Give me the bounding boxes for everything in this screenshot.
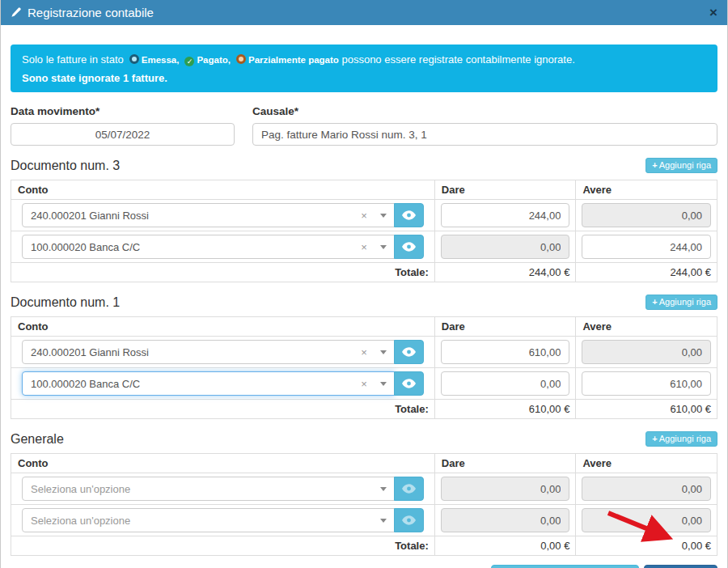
eye-button[interactable] bbox=[394, 371, 424, 396]
eye-button[interactable] bbox=[394, 203, 424, 227]
paid-check-icon: ✓ bbox=[184, 57, 194, 66]
alert-line2: Sono state ignorate 1 fatture. bbox=[22, 70, 706, 86]
eye-button bbox=[394, 508, 424, 532]
section-title-generale: Generale bbox=[11, 432, 64, 447]
avere-input bbox=[582, 340, 711, 364]
avere-header: Avere bbox=[576, 180, 717, 200]
add-row-button[interactable]: +Aggiungi riga bbox=[645, 158, 717, 173]
totale-label: Totale: bbox=[11, 263, 435, 282]
totale-row: Totale: 0,00 € 0,00 € bbox=[11, 536, 717, 556]
caret-down-icon[interactable] bbox=[380, 382, 387, 386]
add-row-button[interactable]: +Aggiungi riga bbox=[645, 431, 717, 447]
totale-dare: 610,00 € bbox=[434, 400, 576, 419]
totale-row: Totale: 610,00 € 610,00 € bbox=[11, 400, 717, 419]
documento-3-table: Conto Dare Avere 240.000201 Gianni Rossi… bbox=[11, 180, 717, 282]
table-row: Seleziona un'opzione bbox=[11, 473, 717, 505]
totale-avere: 244,00 € bbox=[576, 263, 717, 282]
alert-line1: Solo le fatture in statoEmessa,✓Pagato,P… bbox=[22, 52, 706, 68]
conto-select[interactable]: 100.000020 Banca C/C × bbox=[22, 235, 395, 259]
section-title-documento-1: Documento num. 1 bbox=[11, 295, 120, 310]
clear-icon[interactable]: × bbox=[361, 210, 367, 222]
totale-label: Totale: bbox=[11, 536, 435, 556]
clear-icon[interactable]: × bbox=[361, 346, 367, 358]
modal-header: Registrazione contabile × bbox=[1, 0, 727, 25]
totale-label: Totale: bbox=[11, 400, 435, 419]
clear-icon[interactable]: × bbox=[361, 241, 367, 253]
totale-dare: 244,00 € bbox=[434, 263, 576, 282]
table-row: 240.000201 Gianni Rossi × bbox=[11, 200, 717, 231]
modal-title: Registrazione contabile bbox=[11, 6, 154, 19]
plus-icon: + bbox=[652, 160, 657, 170]
dare-input bbox=[441, 477, 570, 501]
generale-table: Conto Dare Avere Seleziona un'opzione bbox=[11, 453, 717, 556]
caret-down-icon[interactable] bbox=[380, 487, 387, 491]
eye-button[interactable] bbox=[394, 340, 424, 364]
aggiungi-button[interactable]: +Aggiungi bbox=[644, 565, 717, 568]
dare-input[interactable] bbox=[441, 340, 570, 364]
clear-icon[interactable]: × bbox=[361, 378, 367, 390]
causale-label: Causale* bbox=[252, 105, 717, 117]
registrazione-contabile-modal: Registrazione contabile × Solo le fattur… bbox=[0, 0, 728, 568]
totale-avere: 610,00 € bbox=[576, 400, 717, 419]
dare-input bbox=[441, 508, 570, 532]
eye-button bbox=[394, 477, 424, 501]
conto-header: Conto bbox=[11, 454, 435, 473]
table-row: Seleziona un'opzione bbox=[11, 505, 717, 536]
close-icon[interactable]: × bbox=[709, 6, 717, 19]
dare-input[interactable] bbox=[441, 203, 570, 227]
conto-header: Conto bbox=[11, 180, 435, 200]
conto-select-empty[interactable]: Seleziona un'opzione bbox=[22, 508, 395, 532]
avere-input bbox=[582, 203, 711, 227]
info-alert: Solo le fatture in statoEmessa,✓Pagato,P… bbox=[11, 45, 717, 92]
caret-down-icon[interactable] bbox=[380, 519, 387, 523]
conto-select[interactable]: 240.000201 Gianni Rossi × bbox=[22, 340, 395, 364]
section-title-documento-3: Documento num. 3 bbox=[11, 159, 120, 173]
conto-header: Conto bbox=[11, 317, 435, 337]
causale-input[interactable] bbox=[252, 123, 717, 146]
eye-button[interactable] bbox=[394, 235, 424, 259]
conto-select-focused[interactable]: 100.000020 Banca C/C × bbox=[22, 371, 395, 396]
data-movimento-field: Data movimento* bbox=[11, 105, 235, 146]
partial-paid-icon bbox=[236, 54, 246, 64]
avere-input bbox=[582, 477, 711, 501]
caret-down-icon[interactable] bbox=[380, 214, 387, 218]
conto-select[interactable]: 240.000201 Gianni Rossi × bbox=[22, 203, 395, 227]
totale-dare: 0,00 € bbox=[434, 536, 576, 556]
causale-field: Causale* bbox=[252, 105, 717, 146]
totale-avere: 0,00 € bbox=[576, 536, 717, 556]
modal-title-text: Registrazione contabile bbox=[28, 6, 154, 19]
dare-input bbox=[441, 235, 570, 259]
plus-icon: + bbox=[652, 297, 657, 307]
emessa-status-icon bbox=[129, 54, 139, 64]
avere-header: Avere bbox=[576, 317, 717, 337]
avere-input bbox=[582, 508, 711, 532]
conto-select-empty[interactable]: Seleziona un'opzione bbox=[22, 477, 395, 501]
caret-down-icon[interactable] bbox=[380, 245, 387, 249]
dare-header: Dare bbox=[434, 317, 576, 337]
totale-row: Totale: 244,00 € 244,00 € bbox=[11, 263, 717, 282]
avere-input[interactable] bbox=[582, 235, 711, 259]
data-movimento-label: Data movimento* bbox=[11, 105, 235, 117]
pencil-icon bbox=[11, 7, 21, 18]
add-row-button[interactable]: +Aggiungi riga bbox=[645, 295, 717, 310]
data-movimento-input[interactable] bbox=[11, 123, 235, 146]
avere-header: Avere bbox=[576, 454, 717, 473]
table-row: 240.000201 Gianni Rossi × bbox=[11, 337, 717, 368]
documento-1-table: Conto Dare Avere 240.000201 Gianni Rossi… bbox=[11, 316, 717, 419]
table-row: 100.000020 Banca C/C × bbox=[11, 368, 717, 400]
dare-header: Dare bbox=[434, 180, 576, 200]
dare-input[interactable] bbox=[441, 371, 570, 396]
plus-icon: + bbox=[652, 434, 657, 443]
table-row: 100.000020 Banca C/C × bbox=[11, 231, 717, 263]
avere-input[interactable] bbox=[582, 371, 711, 396]
aggiungi-e-crea-modello-button[interactable]: +Aggiungi e crea modello bbox=[491, 565, 639, 568]
dare-header: Dare bbox=[434, 454, 576, 473]
caret-down-icon[interactable] bbox=[380, 350, 387, 354]
